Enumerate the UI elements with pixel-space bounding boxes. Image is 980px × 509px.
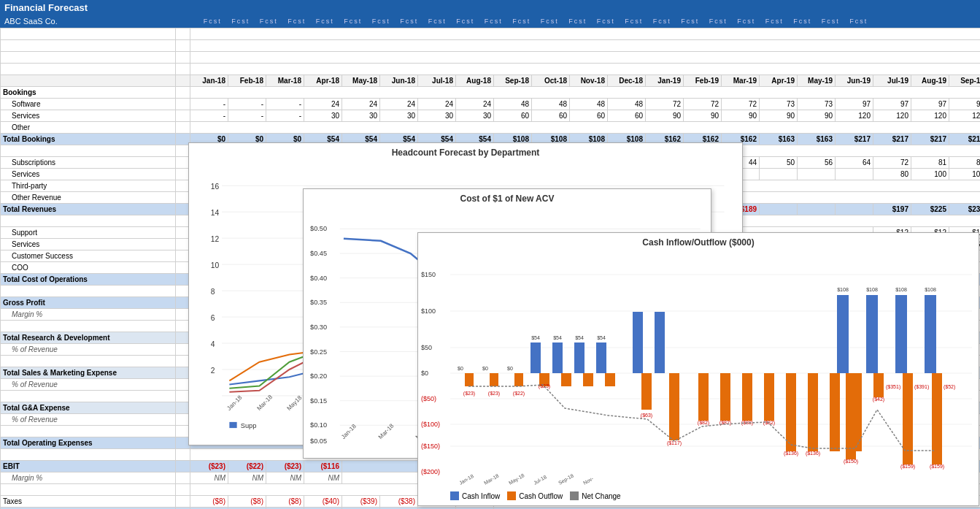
svg-text:Jan-18: Jan-18 bbox=[225, 394, 243, 411]
svg-text:$0: $0 bbox=[421, 370, 428, 377]
svg-text:$108: $108 bbox=[837, 287, 849, 292]
svg-text:($50): ($50) bbox=[421, 395, 436, 402]
svg-text:$150: $150 bbox=[421, 271, 436, 278]
row-bookings-header: Bookings bbox=[1, 87, 981, 99]
svg-rect-110 bbox=[669, 373, 679, 440]
pct-sm-label: % of Revenue bbox=[1, 379, 176, 391]
svg-rect-98 bbox=[583, 373, 593, 386]
date-feb19: Feb-19 bbox=[684, 75, 722, 87]
svg-rect-77 bbox=[596, 342, 606, 373]
row-other-bookings: Other bbox=[1, 122, 981, 134]
svg-text:($100): ($100) bbox=[421, 421, 440, 428]
svg-text:$0.05: $0.05 bbox=[310, 437, 327, 445]
software-label: Software bbox=[1, 99, 176, 110]
legend-net-change: Net Change bbox=[570, 491, 620, 500]
total-rd-label: Total Research & Development bbox=[1, 332, 176, 344]
cash-inflow-icon bbox=[450, 491, 459, 500]
svg-text:$0: $0 bbox=[482, 366, 488, 371]
coo-label: COO bbox=[1, 262, 176, 274]
svg-text:$0.30: $0.30 bbox=[310, 324, 327, 331]
svg-rect-75 bbox=[574, 342, 584, 373]
svg-rect-85 bbox=[895, 295, 907, 373]
svg-text:($150): ($150) bbox=[421, 443, 440, 450]
total-ga-label: Total G&A Expense bbox=[1, 402, 176, 414]
support-label: Support bbox=[1, 227, 176, 239]
date-jul18: Jul-18 bbox=[418, 75, 456, 87]
svg-text:14: 14 bbox=[211, 209, 220, 217]
cashflow-legend: Cash Inflow Cash Outflow Net Change bbox=[421, 490, 976, 502]
sw-feb19: 72 bbox=[684, 99, 722, 110]
total-revenues-label: Total Revenues bbox=[1, 204, 176, 215]
svg-text:8: 8 bbox=[211, 288, 215, 296]
spreadsheet-container: Financial Forecast ABC SaaS Co. Fcst Fcs… bbox=[0, 0, 980, 509]
svg-text:10: 10 bbox=[211, 261, 220, 269]
svg-text:($23): ($23) bbox=[463, 391, 475, 397]
bookings-label: Bookings bbox=[1, 87, 176, 99]
date-mar18: Mar-18 bbox=[266, 75, 304, 87]
svg-text:Jul-18: Jul-18 bbox=[533, 474, 547, 486]
date-aug19: Aug-19 bbox=[911, 75, 949, 87]
row-services-bookings: Services --- 303030 303060 606060 909090… bbox=[1, 110, 981, 122]
svg-text:$0.10: $0.10 bbox=[310, 421, 327, 429]
sw-may19: 73 bbox=[798, 99, 836, 110]
sw-apr18: 24 bbox=[304, 99, 342, 110]
svg-rect-91 bbox=[490, 373, 498, 386]
svg-text:($23): ($23) bbox=[488, 391, 500, 397]
svg-text:$50: $50 bbox=[421, 344, 432, 351]
date-dec18: Dec-18 bbox=[608, 75, 646, 87]
svg-text:Mar-18: Mar-18 bbox=[256, 394, 274, 412]
svg-text:Mar-18: Mar-18 bbox=[377, 422, 396, 440]
svg-text:($52): ($52) bbox=[944, 384, 955, 390]
date-jul19: Jul-19 bbox=[873, 75, 911, 87]
svg-text:Supp: Supp bbox=[241, 422, 257, 429]
date-may19: May-19 bbox=[798, 75, 836, 87]
sw-nov18: 48 bbox=[570, 99, 608, 110]
svg-text:$108: $108 bbox=[866, 287, 878, 292]
sw-aug18: 24 bbox=[456, 99, 494, 110]
pct-ga-label: % of Revenue bbox=[1, 414, 176, 426]
date-jun18: Jun-18 bbox=[380, 75, 418, 87]
svg-text:$0: $0 bbox=[458, 366, 463, 371]
svg-rect-112 bbox=[786, 373, 796, 451]
svg-text:($351): ($351) bbox=[886, 384, 900, 390]
svg-rect-100 bbox=[641, 373, 652, 410]
svg-text:($22): ($22) bbox=[513, 391, 525, 397]
svg-text:$108: $108 bbox=[925, 287, 936, 292]
svg-rect-87 bbox=[925, 295, 936, 373]
svg-text:($42): ($42) bbox=[873, 397, 884, 402]
svg-text:Nov-: Nov- bbox=[582, 475, 595, 486]
services-booking-label: Services bbox=[1, 110, 176, 122]
svg-rect-23 bbox=[229, 422, 236, 428]
sw-oct18: 48 bbox=[532, 99, 570, 110]
svg-rect-99 bbox=[605, 373, 615, 386]
date-apr19: Apr-19 bbox=[760, 75, 798, 87]
pct-rd-label: % of Revenue bbox=[1, 344, 176, 356]
svg-text:$54: $54 bbox=[553, 335, 562, 340]
svg-rect-79 bbox=[633, 312, 643, 373]
sw-jul19: 97 bbox=[873, 99, 911, 110]
sw-jan19: 72 bbox=[646, 99, 684, 110]
row-empty-3 bbox=[1, 28, 981, 40]
svg-rect-80 bbox=[655, 312, 665, 373]
row-empty-5 bbox=[1, 52, 981, 64]
other-revenue-label: Other Revenue bbox=[1, 192, 176, 204]
sw-dec18: 48 bbox=[608, 99, 646, 110]
svg-text:Sep-18: Sep-18 bbox=[557, 472, 575, 486]
date-feb18: Feb-18 bbox=[228, 75, 266, 87]
sw-jun19: 97 bbox=[836, 99, 873, 110]
svg-text:$0.40: $0.40 bbox=[310, 275, 327, 282]
row-empty-6 bbox=[1, 64, 981, 75]
services-ops-label: Services bbox=[1, 239, 176, 250]
svg-text:($150): ($150) bbox=[844, 459, 858, 464]
net-change-icon bbox=[570, 491, 579, 500]
app-title: Financial Forecast bbox=[4, 2, 88, 13]
sw-aug19: 97 bbox=[911, 99, 949, 110]
fcst-labels: Fcst Fcst Fcst Fcst Fcst Fcst Fcst Fcst … bbox=[204, 18, 868, 25]
row-empty-4 bbox=[1, 40, 981, 52]
svg-rect-102 bbox=[698, 373, 709, 421]
subscriptions-label: Subscriptions bbox=[1, 157, 176, 169]
cash-outflow-icon bbox=[507, 491, 516, 500]
other-bookings-label: Other bbox=[1, 122, 176, 134]
sw-mar19: 72 bbox=[722, 99, 760, 110]
date-sep19: Sep-19 bbox=[949, 75, 981, 87]
